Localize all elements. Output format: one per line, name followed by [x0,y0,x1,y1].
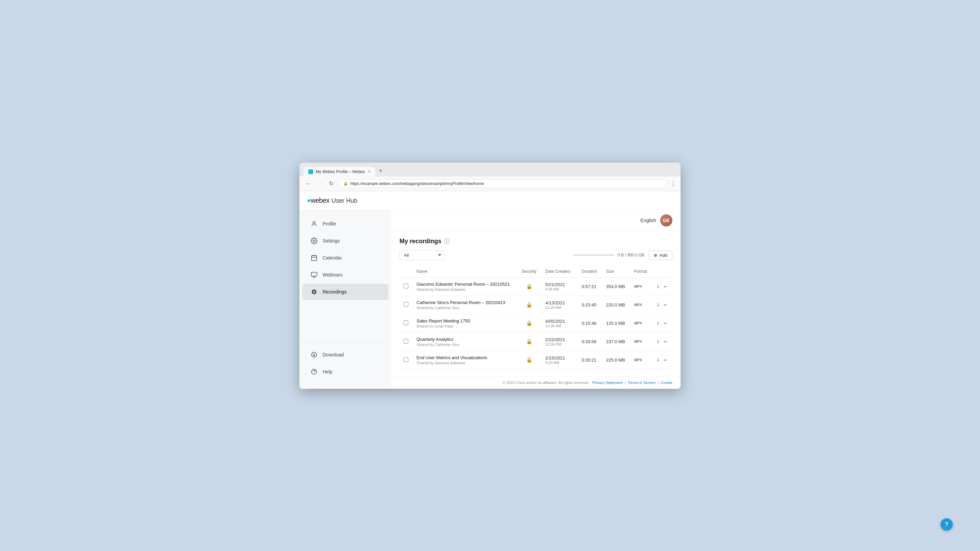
lock-icon: 🔒 [526,283,533,289]
recording-name[interactable]: Sales Report Meeting 1750 [417,318,514,324]
sidebar-item-recordings[interactable]: Recordings [302,284,388,300]
row-date-cell: 2/15/2021 9:20 AM [541,351,578,369]
sidebar-item-download[interactable]: Download [302,346,388,363]
recordings-table: Name Security Date Created Duration Size… [399,266,672,369]
svg-point-11 [313,291,314,292]
add-button[interactable]: ⊕ Add [649,250,672,260]
sidebar-item-label-webinars: Webinars [323,272,343,278]
row-name-cell: End User Metrics and Visualizations Shar… [412,351,517,369]
filter-select[interactable]: All Personal Room Scheduled [399,250,445,260]
row-actions-cell: ⇓ ⇜ [652,314,672,332]
recording-shared-by: Shared by Umar Patel [417,324,514,328]
row-date: 2/22/2021 [546,337,574,342]
browser-menu-button[interactable]: ⋮ [670,180,676,187]
ssl-lock-icon: 🔒 [343,181,348,186]
recording-name[interactable]: Giacomo Edwards' Personal Room – 2021052… [417,282,514,287]
sidebar-item-webinars[interactable]: Webinars [302,267,388,283]
share-action-icon[interactable]: ⇜ [663,284,668,289]
section-title: My recordings i [399,238,672,245]
reload-button[interactable]: ↻ [327,179,336,188]
download-action-icon[interactable]: ⇓ [656,284,660,289]
sidebar-item-help[interactable]: Help [302,364,388,380]
row-checkbox[interactable] [404,321,408,325]
row-checkbox-cell[interactable] [399,351,412,369]
row-format-cell: MP4 [630,351,652,369]
share-action-icon[interactable]: ⇜ [663,321,668,326]
sidebar-item-settings[interactable]: Settings [302,233,388,249]
svg-point-14 [312,369,317,374]
row-checkbox-cell[interactable] [399,277,412,295]
row-security-cell: 🔒 [517,314,541,332]
recordings-toolbar: All Personal Room Scheduled 0 B / 9 [399,250,672,260]
sidebar-item-calendar[interactable]: Calendar [302,250,388,266]
row-checkbox-cell[interactable] [399,295,412,314]
help-fab-button[interactable]: ? [940,518,953,530]
app-header: webex User Hub [299,191,681,210]
share-action-icon[interactable]: ⇜ [663,339,668,344]
footer-link-privacy[interactable]: Privacy Statement [592,381,623,385]
share-action-icon[interactable]: ⇜ [663,302,668,308]
row-action-icons: ⇓ ⇜ [656,321,668,326]
row-checkbox[interactable] [404,357,408,362]
main-topbar: English GE [391,210,681,231]
gear-icon [310,237,318,245]
sidebar-item-profile[interactable]: Profile [302,216,388,232]
app-footer: © 2023 Cisco and/or its affiliates. All … [391,376,681,389]
forward-button[interactable]: → [315,179,324,188]
record-icon [310,288,318,295]
sidebar-item-label-calendar: Calendar [323,255,342,260]
lock-icon: 🔒 [526,320,533,326]
recording-name[interactable]: Catherine Sinu's Personal Room – 2021041… [417,300,514,305]
recording-shared-by: Shared by Giacomo Edwards [417,361,514,365]
col-date-created[interactable]: Date Created [541,266,578,278]
row-checkbox[interactable] [404,284,408,288]
tab-close-button[interactable]: ✕ [368,169,371,174]
calendar-icon [310,254,318,262]
row-checkbox-cell[interactable] [399,314,412,332]
row-time: 11:20 AM [546,305,574,310]
info-icon[interactable]: i [444,238,450,244]
browser-tab-active[interactable]: My Webex Profile – Webex ✕ [304,167,375,176]
footer-link-cookie[interactable]: Cookie [661,381,672,385]
sidebar: Profile Settings [299,210,391,389]
back-button[interactable]: ← [304,179,312,188]
storage-bar-wrapper: 0 B / 900.0 GB [573,253,644,257]
footer-copyright: © 2023 Cisco and/or its affiliates. All … [503,381,589,385]
browser-window: My Webex Profile – Webex ✕ + ← → ↻ 🔒 htt… [299,163,681,389]
address-bar[interactable]: 🔒 https://example.webex.com/webappng/sit… [338,179,668,188]
new-tab-button[interactable]: + [376,166,385,176]
row-size-cell: 125.0 MB [602,314,630,332]
sidebar-bottom: Download Help [299,343,391,383]
sidebar-item-label-download: Download [323,352,344,357]
download-icon [310,351,318,359]
language-selector[interactable]: English [640,218,656,223]
row-date-cell: 2/22/2021 12:36 PM [541,332,578,351]
row-duration-cell: 0:15:46 [578,314,602,332]
footer-link-tos[interactable]: Terms of Service [628,381,656,385]
row-size-cell: 225.0 MB [602,351,630,369]
row-duration-cell: 0:33:56 [578,332,602,351]
download-action-icon[interactable]: ⇓ [656,339,660,344]
row-checkbox[interactable] [404,302,408,307]
row-time: 9:20 AM [546,360,574,365]
recording-name[interactable]: End User Metrics and Visualizations [417,355,514,360]
recording-name[interactable]: Quarterly Analytics [417,337,514,342]
user-avatar[interactable]: GE [660,214,672,227]
browser-toolbar: ← → ↻ 🔒 https://example.webex.com/webapp… [299,176,681,191]
download-action-icon[interactable]: ⇓ [656,321,660,326]
col-duration: Duration [578,266,602,278]
row-date: 4/13/2021 [546,300,574,305]
download-action-icon[interactable]: ⇓ [656,357,660,362]
row-duration-cell: 0:23:45 [578,295,602,314]
url-text: https://example.webex.com/webappng/sites… [350,181,484,186]
sidebar-item-label-settings: Settings [323,238,340,243]
row-checkbox[interactable] [404,339,408,343]
col-actions [652,266,672,278]
col-size: Size [602,266,630,278]
row-time: 9:36 AM [546,287,574,291]
row-checkbox-cell[interactable] [399,332,412,351]
download-action-icon[interactable]: ⇓ [656,302,660,308]
sidebar-nav: Profile Settings [299,216,391,338]
share-action-icon[interactable]: ⇜ [663,357,668,362]
row-security-cell: 🔒 [517,351,541,369]
